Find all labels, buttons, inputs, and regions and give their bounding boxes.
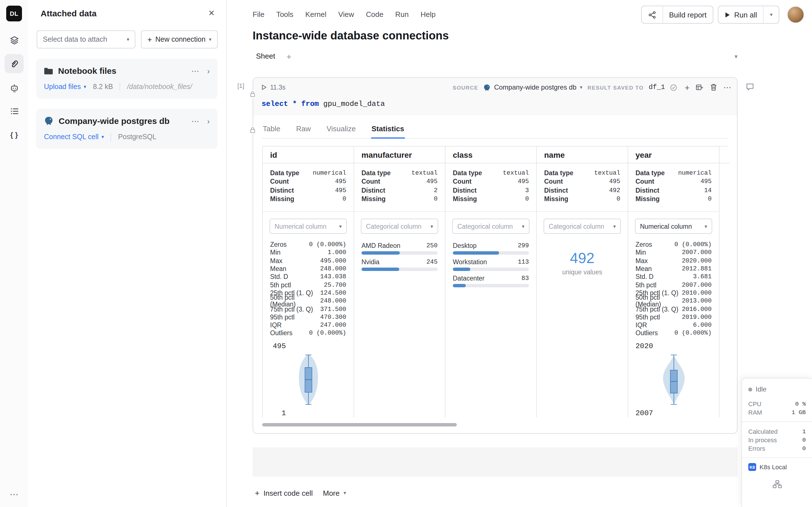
- attached-data-icon[interactable]: [4, 54, 24, 73]
- variables-icon[interactable]: { }: [4, 125, 24, 144]
- meta-value: 3: [525, 187, 529, 194]
- column-header: year: [628, 147, 719, 163]
- data-to-attach-select[interactable]: Select data to attach ▾: [37, 31, 136, 48]
- files-size: 8.2 kB: [93, 83, 113, 91]
- icon-rail: DL { } ⋯: [0, 0, 28, 507]
- plus-icon: +: [255, 489, 259, 497]
- stat-row: Zeros0 (0.000%): [263, 240, 354, 249]
- meta-label: Count: [361, 178, 380, 185]
- layers-icon[interactable]: [4, 31, 24, 50]
- connect-sql-cell-button[interactable]: Connect SQL cell ▾: [44, 133, 104, 141]
- sql-code[interactable]: select * from gpu_model_data: [253, 97, 737, 115]
- column-type-select[interactable]: Numerical column ▾: [635, 219, 712, 234]
- more-button[interactable]: More ▾: [323, 489, 346, 497]
- chevron-right-icon[interactable]: ›: [207, 66, 210, 75]
- card-title: Notebook files: [58, 66, 116, 75]
- menu-help[interactable]: Help: [421, 10, 436, 18]
- empty-cell-placeholder[interactable]: [253, 447, 738, 476]
- menu-file[interactable]: File: [253, 10, 264, 18]
- meta-value: textual: [594, 170, 620, 176]
- trash-icon[interactable]: [710, 83, 717, 91]
- stat-row: IQR247.000: [263, 321, 354, 329]
- column-type-select[interactable]: Categorical column ▾: [452, 219, 529, 234]
- comment-icon[interactable]: [746, 82, 755, 91]
- category-bars: AMD Radeon250Nvidia245: [354, 238, 445, 271]
- run-cell-icon[interactable]: [262, 84, 267, 90]
- postgres-icon: [483, 83, 491, 91]
- menu-view[interactable]: View: [338, 10, 354, 18]
- tab-statistics[interactable]: Statistics: [371, 121, 405, 138]
- insert-code-cell-button[interactable]: + Insert code cell: [255, 489, 313, 497]
- close-icon[interactable]: ✕: [208, 8, 215, 17]
- column-type-select[interactable]: Numerical column ▾: [269, 219, 347, 234]
- stats-column-name: name Data typetextual Count495 Distinct4…: [537, 147, 628, 417]
- tab-sheet[interactable]: Sheet: [253, 50, 278, 64]
- rail-more-icon[interactable]: ⋯: [10, 490, 18, 499]
- ai-agent-icon[interactable]: [4, 78, 24, 97]
- divider: [742, 421, 812, 422]
- source-select[interactable]: Company-wide postgres db ▾: [483, 83, 582, 91]
- stat-row: Mean2012.881: [628, 265, 719, 273]
- plot-max-label: 495: [270, 342, 286, 350]
- tab-raw[interactable]: Raw: [296, 121, 311, 138]
- meta-value: 495: [426, 178, 438, 185]
- meta-value: 0: [434, 196, 438, 203]
- new-connection-button[interactable]: + New connection ▾: [141, 31, 218, 48]
- cluster-selector[interactable]: K8 K8s Local: [748, 463, 806, 471]
- postgres-card: Company-wide postgres db ⋯ › Connect SQL…: [36, 109, 218, 149]
- add-sheet-icon[interactable]: +: [287, 52, 292, 61]
- violin-plot: 2020 2007: [628, 337, 719, 417]
- upload-files-button[interactable]: Upload files ▾: [44, 83, 86, 91]
- network-topology-icon[interactable]: [772, 480, 782, 489]
- avatar[interactable]: [787, 6, 804, 23]
- chevron-down-icon: ▾: [209, 37, 211, 42]
- chevron-right-icon[interactable]: ›: [207, 116, 210, 125]
- cell-more-icon[interactable]: ⋯: [723, 83, 731, 92]
- cpu-label: CPU: [748, 400, 761, 407]
- column-type-select[interactable]: Categorical column ▾: [361, 219, 438, 234]
- result-dataframe[interactable]: df_1: [649, 83, 665, 91]
- menu-kernel[interactable]: Kernel: [305, 10, 326, 18]
- meta-label: Missing: [361, 196, 386, 203]
- menu-bar: File Tools Kernel View Code Run Help: [253, 10, 436, 18]
- category-bar-row: Workstation113: [446, 255, 536, 271]
- meta-value: numerical: [313, 170, 346, 176]
- menu-run[interactable]: Run: [395, 10, 409, 18]
- more-icon[interactable]: ⋯: [192, 116, 199, 125]
- build-report-button[interactable]: Build report: [662, 6, 713, 23]
- column-type-select[interactable]: Categorical column ▾: [544, 219, 621, 234]
- kernel-state: Idle: [756, 385, 767, 393]
- run-options-button[interactable]: ▾: [763, 6, 779, 23]
- meta-label: Data type: [453, 170, 482, 176]
- meta-label: Missing: [544, 196, 568, 203]
- stat-row: 50th pctl (Median)248.000: [263, 297, 354, 305]
- meta-value: 495: [335, 187, 346, 194]
- collapse-chevron-icon[interactable]: ▾: [734, 53, 738, 60]
- sql-operator: *: [292, 100, 297, 108]
- more-icon[interactable]: ⋯: [192, 66, 199, 75]
- stat-row: Std. D3.681: [628, 273, 719, 281]
- meta-value: 0: [343, 196, 346, 203]
- datalore-logo[interactable]: DL: [6, 6, 22, 21]
- meta-label: Missing: [270, 196, 294, 203]
- chevron-down-icon: ▾: [580, 84, 582, 90]
- run-all-button[interactable]: Run all: [718, 6, 763, 23]
- outline-list-icon[interactable]: [4, 101, 24, 121]
- plus-icon: +: [147, 36, 152, 43]
- unique-count: 492: [537, 249, 627, 267]
- menu-code[interactable]: Code: [366, 10, 384, 18]
- add-cell-icon[interactable]: +: [684, 83, 690, 92]
- sql-keyword: from: [301, 100, 319, 108]
- column-header: name: [537, 147, 627, 163]
- view-switch-icon[interactable]: [696, 83, 704, 91]
- tab-table[interactable]: Table: [262, 121, 281, 138]
- stat-row: 95th pctl2019.000: [628, 313, 719, 321]
- stat-row: Min2007.000: [628, 249, 719, 257]
- tab-visualize[interactable]: Visualize: [326, 121, 356, 138]
- share-button[interactable]: [642, 6, 662, 23]
- menu-tools[interactable]: Tools: [276, 10, 294, 18]
- stat-rows: Zeros0 (0.000%)Min1.000Max495.000Mean248…: [263, 240, 354, 337]
- stat-row: 95th pctl470.300: [263, 313, 354, 321]
- horizontal-scrollbar[interactable]: [262, 423, 457, 426]
- violin-chart: [282, 351, 334, 407]
